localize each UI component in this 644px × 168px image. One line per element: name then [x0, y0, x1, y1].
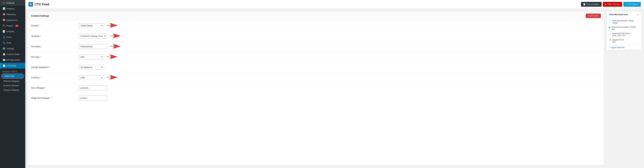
currency-label: Currency *	[31, 76, 79, 79]
open-feed-label: Open Feed File	[612, 46, 625, 49]
single-item-wrapper-input[interactable]	[79, 96, 107, 100]
sidebar-item-plugins[interactable]: 🔌 Plugins 20	[0, 23, 25, 28]
sidebar: 🛒 Products 📊 Analytics 🎯 Marketing 🎨 App…	[0, 0, 25, 168]
template-select[interactable]: Facebook Catalog / Instar Google Shoppin…	[79, 34, 107, 38]
attributes-mapping-label: Attributes Mapping	[3, 80, 19, 82]
sidebar-sub-item-attributes-mapping[interactable]: Attributes Mapping	[0, 79, 25, 83]
sidebar-sub-item-category-mapping[interactable]: Category Mapping	[0, 88, 25, 92]
topbar: CTX Feed 📄 Documentation ▶ Video Tutoria…	[25, 0, 644, 9]
supported-types-value: XML, CSV, TXT	[612, 34, 626, 37]
svg-marker-4	[106, 23, 118, 28]
ctx-feed-icon: 📄	[3, 64, 5, 67]
plugins-icon: 🔌	[3, 24, 5, 27]
right-panel-title: Feed Merchant Info	[609, 13, 628, 16]
feed-spec-label: Feed Specification:	[612, 20, 629, 22]
sidebar-item-label: Products	[6, 2, 14, 4]
sidebar-item-custom-fields[interactable]: 📋 Custom Fields	[0, 51, 25, 57]
country-control: United States United Kingdom Canada	[79, 23, 601, 28]
sidebar-item-label: CTX Feed	[6, 64, 16, 67]
main-area: CTX Feed 📄 Documentation ▶ Video Tutoria…	[25, 0, 644, 168]
include-variations-control: All Variations No Variations Parent Only	[79, 65, 601, 70]
video-tutorials-button[interactable]: ▶ Video Tutorials	[603, 2, 622, 7]
svg-marker-7	[106, 54, 118, 59]
supported-types-icon: 📄	[609, 32, 611, 35]
topbar-title-text: CTX Feed	[34, 2, 49, 6]
support-docs-item: ❓ Support Docs: N/A	[609, 39, 639, 43]
sidebar-item-products[interactable]: 🛒 Products	[0, 0, 25, 6]
sidebar-item-label: WP Mail SMTP	[6, 59, 20, 61]
sidebar-item-label: Analytics	[6, 8, 15, 10]
category-mapping-label: Category Mapping	[3, 89, 19, 91]
support-docs-label: Support Docs:	[612, 39, 624, 41]
items-wrapper-input[interactable]	[79, 86, 107, 90]
panel-header: Content Settings Clear Cache	[28, 12, 604, 20]
supported-types-label: Supported File Types:	[612, 32, 631, 34]
form-body: Country * United States United Kingdom C…	[28, 20, 604, 103]
analytics-icon: 📊	[3, 7, 5, 10]
sidebar-item-marketing[interactable]: 🎯 Marketing	[0, 12, 25, 17]
snippets-icon: 📝	[3, 30, 5, 33]
template-label: Template *	[31, 35, 79, 37]
svg-marker-6	[110, 44, 121, 49]
page-title: CTX Feed	[28, 2, 49, 6]
file-type-select[interactable]: XML CSV TXT	[79, 54, 104, 60]
field-include-variations: Include Variations? * All Variations No …	[31, 62, 601, 72]
sidebar-item-label: Custom Fields	[6, 53, 20, 56]
support-docs-icon: ❓	[609, 39, 611, 41]
currency-arrow	[106, 75, 118, 80]
sidebar-item-label: Tools	[6, 42, 11, 44]
doc-icon: 📄	[583, 3, 586, 6]
plugins-badge: 20	[15, 25, 18, 27]
get-support-button[interactable]: ⚙ Get Support	[624, 2, 641, 7]
sidebar-item-tools[interactable]: 🔧 Tools	[0, 40, 25, 46]
single-item-wrapper-label: Single Item Wrapper *	[31, 97, 79, 99]
sidebar-item-appearance[interactable]: 🎨 Appearance	[0, 17, 25, 23]
users-icon: 👤	[3, 36, 5, 38]
open-feed-icon: ↗	[609, 46, 610, 49]
main-panel: Content Settings Clear Cache Country * U…	[28, 11, 604, 166]
field-country: Country * United States United Kingdom C…	[31, 20, 601, 31]
documentation-button[interactable]: 📄 Documentation	[581, 2, 602, 7]
sidebar-item-users[interactable]: 👤 Users	[0, 34, 25, 40]
sidebar-item-settings[interactable]: ⚙️ Settings	[0, 46, 25, 51]
sidebar-item-wp-mail-smtp[interactable]: ✉️ WP Mail SMTP	[0, 57, 25, 63]
single-item-wrapper-control	[79, 96, 601, 100]
file-type-control: XML CSV TXT	[79, 54, 601, 60]
file-name-arrow	[110, 44, 121, 49]
clear-cache-button[interactable]: Clear Cache	[586, 14, 601, 18]
file-type-label: File Type *	[31, 56, 79, 58]
open-feed-link[interactable]: ↗ Open Feed File	[607, 45, 641, 50]
country-select[interactable]: United States United Kingdom Canada	[79, 23, 104, 28]
right-panel: Feed Merchant Info ▲ 📄 Feed Specificatio…	[606, 11, 642, 50]
field-file-type: File Type * XML CSV TXT	[31, 52, 601, 62]
page-icon	[28, 2, 33, 6]
items-wrapper-control	[79, 86, 601, 90]
products-icon: 🛒	[3, 2, 5, 4]
svg-marker-8	[106, 75, 118, 80]
video-icon: ▶	[605, 3, 606, 6]
currency-select[interactable]: USD EUR GBP	[79, 75, 104, 80]
video-doc-icon: ▶	[609, 26, 610, 28]
sidebar-sub-item-dynamic-attributes[interactable]: Dynamic Attributes	[0, 83, 25, 88]
sidebar-item-snippets[interactable]: 📝 Snippets	[0, 28, 25, 34]
include-variations-select[interactable]: All Variations No Variations Parent Only	[79, 65, 104, 70]
dynamic-attributes-label: Dynamic Attributes	[3, 84, 19, 87]
sidebar-item-label: Appearance	[6, 19, 18, 21]
file-name-control	[79, 44, 601, 49]
collapse-icon[interactable]: ▲	[637, 13, 639, 16]
sidebar-item-label: Marketing	[6, 13, 16, 16]
sidebar-item-label: Plugins	[6, 24, 13, 27]
custom-fields-icon: 📋	[3, 53, 5, 56]
feed-spec-item: 📄 Feed Specification: Read Article	[609, 20, 639, 24]
field-single-item-wrapper: Single Item Wrapper *	[31, 93, 601, 103]
sidebar-item-ctx-feed[interactable]: 📄 CTX Feed	[0, 63, 25, 68]
topbar-actions: 📄 Documentation ▶ Video Tutorials ⚙ Get …	[581, 2, 641, 7]
sidebar-sub-item-make-feed[interactable]: Make Feed	[1, 74, 24, 78]
file-name-input[interactable]	[79, 44, 107, 49]
support-docs-value: N/A	[612, 41, 616, 43]
right-panel-header: Feed Merchant Info ▲	[607, 12, 641, 18]
settings-icon: ⚙️	[3, 47, 5, 50]
sidebar-item-analytics[interactable]: 📊 Analytics	[0, 6, 25, 12]
template-control: Facebook Catalog / Instar Google Shoppin…	[79, 34, 601, 39]
make-feed-label: Make Feed	[5, 75, 14, 77]
